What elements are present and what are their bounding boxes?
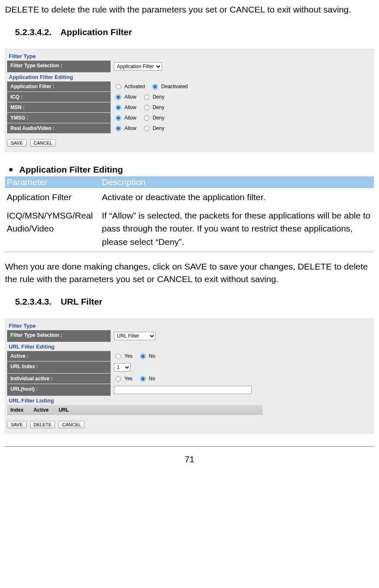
section-title: Application Filter — [61, 27, 132, 37]
url-filter-type-select[interactable]: URL Filter — [114, 332, 156, 340]
real-av-label: Real Audio/Video : — [7, 123, 111, 133]
intro-paragraph: DELETE to delete the rule with the param… — [5, 3, 374, 15]
description-column-header: Description — [100, 176, 374, 188]
ymsg-deny-radio[interactable] — [144, 115, 149, 121]
section-heading-url-filter: 5.2.3.4.3. URL Filter — [15, 297, 374, 307]
rav-allow-label: Allow — [124, 125, 136, 131]
ymsg-deny-label: Deny — [153, 115, 164, 121]
param-icq-msn: ICQ/MSN/YMSG/Real Audio/Video — [5, 206, 100, 252]
url-filter-editing-header: URL Filter Editing — [7, 342, 372, 351]
application-filter-panel: Filter Type Filter Type Selection : Appl… — [5, 49, 374, 152]
msn-allow-radio[interactable] — [116, 105, 121, 110]
deactivated-label: Deactivated — [161, 84, 187, 89]
parameter-description-table: Parameter Description Application Filter… — [5, 176, 374, 252]
desc-app-filter: Activate or deactivate the application f… — [100, 188, 374, 206]
active-column: Active — [33, 407, 48, 413]
url-save-button[interactable]: SAVE — [7, 421, 27, 428]
page-number: 71 — [5, 446, 374, 464]
ymsg-label: YMSG : — [7, 113, 111, 123]
individual-active-no-radio[interactable] — [140, 376, 146, 382]
msn-deny-radio[interactable] — [144, 105, 149, 110]
save-delete-cancel-paragraph: When you are done making changes, click … — [5, 260, 374, 285]
app-filter-editing-section-header: Application Filter Editing — [7, 73, 372, 81]
icq-allow-label: Allow — [124, 94, 136, 100]
url-host-label: URL(host) : — [7, 384, 111, 396]
url-index-select[interactable]: 1 — [114, 363, 131, 372]
active-label: Active : — [7, 351, 111, 361]
url-cancel-button[interactable]: CANCEL — [58, 421, 85, 428]
msn-allow-label: Allow — [124, 104, 136, 110]
individual-active-label: Individual active : — [7, 374, 111, 384]
url-delete-button[interactable]: DELETE — [30, 421, 56, 428]
save-button[interactable]: SAVE — [7, 139, 27, 147]
cancel-button[interactable]: CANCEL — [30, 139, 56, 147]
active-no-radio[interactable] — [140, 354, 146, 359]
application-filter-label: Application Filter : — [7, 81, 111, 92]
icq-allow-radio[interactable] — [116, 94, 121, 100]
url-host-input[interactable] — [114, 386, 252, 394]
param-app-filter: Application Filter — [5, 188, 100, 206]
parameter-column-header: Parameter — [5, 176, 100, 188]
url-filter-listing-header: URL Filter Listing — [7, 396, 372, 405]
msn-label: MSN : — [7, 102, 111, 112]
ymsg-allow-radio[interactable] — [116, 115, 121, 121]
url-column: URL — [58, 407, 69, 413]
section-title-url: URL Filter — [61, 297, 102, 306]
url-filter-type-header: Filter Type — [7, 321, 372, 330]
individual-active-no-label: No — [149, 376, 155, 382]
deactivated-radio[interactable] — [152, 84, 158, 89]
filter-type-section-header: Filter Type — [7, 52, 372, 61]
filter-type-select[interactable]: Application Filter — [114, 62, 162, 71]
rav-deny-radio[interactable] — [144, 126, 149, 131]
icq-label: ICQ : — [7, 92, 111, 102]
filter-type-selection-label: Filter Type Selection : — [7, 61, 111, 72]
icq-deny-label: Deny — [153, 94, 164, 100]
rav-deny-label: Deny — [153, 125, 164, 131]
app-filter-editing-heading: Application Filter Editing — [19, 165, 123, 175]
index-column: Index — [10, 407, 23, 413]
active-yes-label: Yes — [124, 353, 133, 359]
active-no-label: No — [149, 353, 155, 359]
active-yes-radio[interactable] — [116, 354, 121, 359]
individual-active-yes-radio[interactable] — [116, 376, 121, 382]
bullet-icon — [9, 168, 13, 171]
ymsg-allow-label: Allow — [124, 115, 136, 121]
url-filter-type-selection-label: Filter Type Selection : — [7, 330, 111, 342]
section-number: 5.2.3.4.2. — [15, 27, 52, 37]
rav-allow-radio[interactable] — [116, 126, 121, 131]
msn-deny-label: Deny — [153, 104, 164, 110]
activated-label: Activated — [124, 84, 145, 89]
activated-radio[interactable] — [116, 84, 121, 89]
desc-icq-msn: If “Allow” is selected, the packets for … — [100, 206, 374, 252]
section-number-url: 5.2.3.4.3. — [15, 297, 52, 306]
individual-active-yes-label: Yes — [124, 376, 133, 382]
url-filter-panel: Filter Type Filter Type Selection : URL … — [5, 318, 374, 434]
icq-deny-radio[interactable] — [144, 94, 149, 100]
url-index-label: URL Index : — [7, 361, 111, 373]
section-heading-app-filter: 5.2.3.4.2. Application Filter — [15, 27, 374, 37]
listing-column-headers: Index Active URL — [7, 405, 263, 415]
